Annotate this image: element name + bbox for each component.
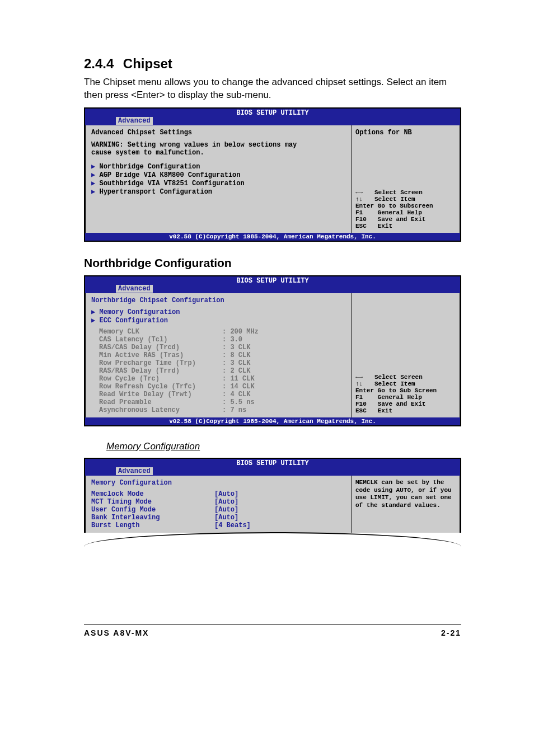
submenu-arrow-icon: ▶ <box>91 163 99 171</box>
setting-key: Bank Interleaving <box>91 514 214 522</box>
menu-item-memory-config[interactable]: ▶ Memory Configuration <box>87 308 350 316</box>
arrow-ud-icon: ↑↓ <box>355 196 374 203</box>
bios-main-pane: Memory Configuration Memclock Mode[Auto]… <box>85 476 352 533</box>
menu-item-ecc-config[interactable]: ▶ ECC Configuration <box>87 316 350 325</box>
section-title: Chipset <box>123 56 172 71</box>
setting-row[interactable]: Memclock Mode[Auto] <box>87 490 350 498</box>
panel-title: Northbridge Chipset Configuration <box>87 297 350 304</box>
info-row: Row Precharge Time (Trp): 3 CLK <box>87 359 350 367</box>
warning-line-1: WARNING: Setting wrong values in below s… <box>87 141 350 149</box>
bios-northbridge-menu: BIOS SETUP UTILITY Advanced Northbridge … <box>84 275 461 426</box>
setting-row[interactable]: Burst Length[4 Beats] <box>87 522 350 529</box>
bios-tabbar: Advanced <box>85 285 460 293</box>
setting-row[interactable]: User Config Mode[Auto] <box>87 506 350 514</box>
submenu-arrow-icon: ▶ <box>91 171 99 179</box>
menu-item-hypertransport[interactable]: ▶ Hypertransport Configuration <box>87 187 350 196</box>
info-row: Read Write Delay (Trwt): 4 CLK <box>87 391 350 398</box>
menu-item-agp[interactable]: ▶ AGP Bridge VIA K8M800 Configuration <box>87 171 350 179</box>
setting-value: [Auto] <box>214 506 238 514</box>
tab-advanced[interactable]: Advanced <box>116 285 153 293</box>
info-key: Read Preamble <box>91 398 222 406</box>
setting-value: [4 Beats] <box>214 522 251 529</box>
info-key: Min Active RAS (Tras) <box>91 351 222 359</box>
submenu-arrow-icon: ▶ <box>91 188 99 196</box>
submenu-arrow-icon: ▶ <box>91 308 99 316</box>
info-value: : 3.0 <box>222 336 242 344</box>
bios-tabbar: Advanced <box>85 467 460 476</box>
info-value: : 2 CLK <box>222 367 250 375</box>
menu-item-southbridge[interactable]: ▶ Southbridge VIA VT8251 Configuration <box>87 179 350 187</box>
warning-line-2: cause system to malfunction. <box>87 149 350 157</box>
info-row: Min Active RAS (Tras): 8 CLK <box>87 351 350 359</box>
bios-help-pane: ←→Select Screen ↑↓Select Item Enter Go t… <box>352 293 460 417</box>
submenu-arrow-icon: ▶ <box>91 180 99 187</box>
section-heading: 2.4.4 Chipset <box>84 56 461 72</box>
info-key: Read Write Delay (Trwt) <box>91 391 222 398</box>
bios-title: BIOS SETUP UTILITY <box>85 276 460 285</box>
info-value: : 4 CLK <box>222 391 250 398</box>
menu-item-northbridge[interactable]: ▶ Northbridge Configuration <box>87 162 350 171</box>
help-text: Options for NB <box>355 129 456 137</box>
info-key: RAS/CAS Delay (Trcd) <box>91 344 222 351</box>
info-key: CAS Latency (Tcl) <box>91 336 222 344</box>
info-value: : 200 MHz <box>222 328 259 336</box>
panel-title: Advanced Chipset Settings <box>87 129 350 137</box>
setting-key: MCT Timing Mode <box>91 498 214 506</box>
info-value: : 11 CLK <box>222 375 255 383</box>
arrow-lr-icon: ←→ <box>355 374 374 381</box>
info-key: Asynchronous Latency <box>91 406 222 414</box>
section-number: 2.4.4 <box>84 56 114 71</box>
info-key: Memory CLK <box>91 328 222 336</box>
bios-main-pane: Northbridge Chipset Configuration ▶ Memo… <box>85 293 352 417</box>
info-value: : 14 CLK <box>222 383 255 391</box>
arrow-lr-icon: ←→ <box>355 189 374 196</box>
setting-key: Burst Length <box>91 522 214 529</box>
tab-advanced[interactable]: Advanced <box>116 117 153 125</box>
setting-row[interactable]: MCT Timing Mode[Auto] <box>87 498 350 506</box>
panel-title: Memory Configuration <box>87 479 350 487</box>
info-row: RAS/CAS Delay (Trcd): 3 CLK <box>87 344 350 351</box>
setting-row[interactable]: Bank Interleaving[Auto] <box>87 514 350 522</box>
bios-title: BIOS SETUP UTILITY <box>85 109 460 117</box>
bios-main-pane: Advanced Chipset Settings WARNING: Setti… <box>85 125 352 233</box>
bios-chipset-menu: BIOS SETUP UTILITY Advanced Advanced Chi… <box>84 107 461 242</box>
page-tear-icon <box>84 533 461 546</box>
bios-help-pane: MEMCLK can be set by the code using AUTO… <box>352 476 460 533</box>
info-key: RAS/RAS Delay (Trrd) <box>91 367 222 375</box>
setting-key: User Config Mode <box>91 506 214 514</box>
footer-right: 2-21 <box>441 628 461 637</box>
info-row: Row Cycle (Trc): 11 CLK <box>87 375 350 383</box>
bios-copyright: v02.58 (C)Copyright 1985-2004, American … <box>85 417 460 425</box>
info-row: CAS Latency (Tcl): 3.0 <box>87 336 350 344</box>
info-row: Memory CLK: 200 MHz <box>87 328 350 336</box>
setting-value: [Auto] <box>214 498 238 506</box>
info-value: : 5.5 ns <box>222 398 255 406</box>
page-footer: ASUS A8V-MX 2-21 <box>84 624 461 637</box>
info-row: RAS/RAS Delay (Trrd): 2 CLK <box>87 367 350 375</box>
info-row: Asynchronous Latency: 7 ns <box>87 406 350 414</box>
footer-left: ASUS A8V-MX <box>84 628 149 637</box>
info-key: Row Precharge Time (Trp) <box>91 359 222 367</box>
bios-title: BIOS SETUP UTILITY <box>85 459 460 467</box>
info-value: : 7 ns <box>222 406 246 414</box>
info-value: : 3 CLK <box>222 359 250 367</box>
setting-key: Memclock Mode <box>91 490 214 498</box>
nav-help: ←→Select Screen ↑↓Select Item Enter Go t… <box>355 374 456 414</box>
bios-copyright: v02.58 (C)Copyright 1985-2004, American … <box>85 233 460 241</box>
setting-value: [Auto] <box>214 490 238 498</box>
tab-advanced[interactable]: Advanced <box>116 467 153 475</box>
info-value: : 3 CLK <box>222 344 250 351</box>
nav-help: ←→Select Screen ↑↓Select Item Enter Go t… <box>355 189 456 229</box>
submenu-arrow-icon: ▶ <box>91 317 99 325</box>
memory-config-heading: Memory Configuration <box>106 441 461 452</box>
bios-tabbar: Advanced <box>85 117 460 125</box>
info-row: Row Refresh Cycle (Trfc): 14 CLK <box>87 383 350 391</box>
intro-text: The Chipset menu allows you to change th… <box>84 76 461 102</box>
bios-memory-config-menu: BIOS SETUP UTILITY Advanced Memory Confi… <box>84 458 461 533</box>
info-row: Read Preamble: 5.5 ns <box>87 398 350 406</box>
setting-value: [Auto] <box>214 514 238 522</box>
bios-help-pane: Options for NB ←→Select Screen ↑↓Select … <box>352 125 460 233</box>
info-key: Row Cycle (Trc) <box>91 375 222 383</box>
help-text: MEMCLK can be set by the code using AUTO… <box>355 479 456 510</box>
info-key: Row Refresh Cycle (Trfc) <box>91 383 222 391</box>
